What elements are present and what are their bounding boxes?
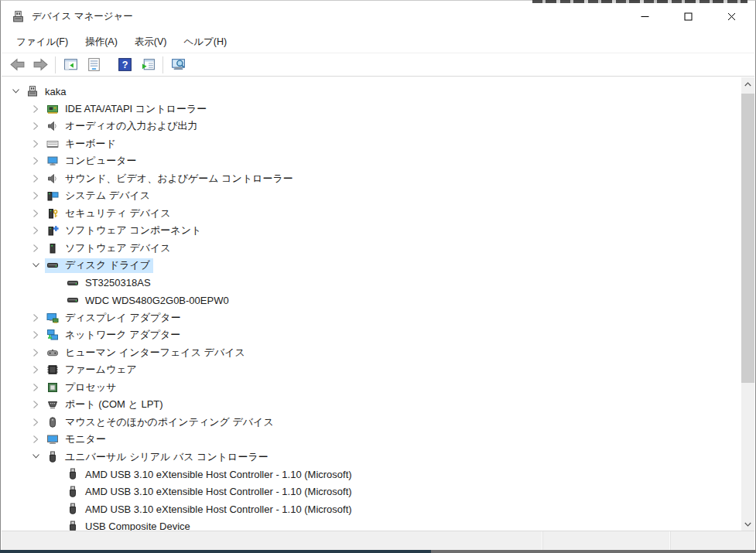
chevron-spacer (46, 483, 65, 501)
chevron-collapsed-icon[interactable] (26, 152, 45, 170)
scroll-up-button[interactable] (741, 77, 754, 90)
tree-item-content: WDC WDS480G2G0B-00EPW0 (65, 293, 232, 308)
tree-item[interactable]: サウンド、ビデオ、およびゲーム コントローラー (2, 170, 754, 188)
close-icon (727, 12, 736, 21)
status-bar (2, 531, 754, 550)
chevron-spacer (46, 518, 65, 531)
tree-item[interactable]: AMD USB 3.10 eXtensible Host Controller … (2, 483, 754, 501)
tree-item-content: サウンド、ビデオ、およびゲーム コントローラー (45, 171, 296, 186)
chevron-collapsed-icon[interactable] (26, 118, 45, 135)
tree-item-content: AMD USB 3.10 eXtensible Host Controller … (65, 502, 355, 517)
chevron-collapsed-icon[interactable] (26, 396, 45, 414)
chevron-collapsed-icon[interactable] (26, 205, 45, 223)
tree-item-content: USB Composite Device (65, 519, 193, 531)
forward-button[interactable] (29, 55, 51, 75)
tree-item[interactable]: システム デバイス (2, 187, 754, 205)
menu-action[interactable]: 操作(A) (77, 32, 126, 52)
chevron-collapsed-icon[interactable] (26, 344, 45, 362)
tree-item-label: モニター (65, 432, 106, 446)
chevron-collapsed-icon[interactable] (26, 187, 45, 205)
export-list-button[interactable] (137, 55, 159, 75)
maximize-button[interactable] (666, 1, 710, 32)
tree-item-label: ポート (COM と LPT) (65, 398, 163, 411)
tree-item[interactable]: ネットワーク アダプター (2, 326, 754, 344)
window-controls (623, 1, 753, 32)
tree-item[interactable]: ソフトウェア コンポーネント (2, 222, 754, 240)
tree-item[interactable]: ST3250318AS (2, 275, 754, 292)
tree-item[interactable]: モニター (2, 431, 754, 449)
chevron-collapsed-icon[interactable] (26, 309, 45, 327)
chevron-collapsed-icon[interactable] (26, 379, 45, 397)
tree-item-content: プロセッサ (45, 380, 120, 394)
close-button[interactable] (710, 1, 753, 32)
tree-item[interactable]: ディスプレイ アダプター (2, 309, 754, 327)
tree-item[interactable]: ポート (COM と LPT) (2, 396, 754, 414)
tree-item[interactable]: IDE ATA/ATAPI コントローラー (2, 101, 754, 118)
tree-item[interactable]: マウスとそのほかのポインティング デバイス (2, 414, 754, 432)
tree-item[interactable]: AMD USB 3.10 eXtensible Host Controller … (2, 466, 754, 483)
chevron-expanded-icon[interactable] (26, 257, 45, 275)
chevron-collapsed-icon[interactable] (26, 170, 45, 188)
tree-item[interactable]: ヒューマン インターフェイス デバイス (2, 344, 754, 362)
scroll-down-button[interactable] (741, 517, 754, 531)
minimize-button[interactable] (623, 1, 666, 32)
properties-button[interactable] (83, 55, 104, 75)
scan-hardware-changes-button[interactable] (167, 55, 189, 75)
usb-icon (46, 451, 59, 463)
chevron-collapsed-icon[interactable] (26, 361, 45, 379)
device-manager-icon (12, 10, 25, 23)
tree-item[interactable]: USB Composite Device (2, 518, 754, 531)
chevron-expanded-icon[interactable] (6, 83, 25, 101)
tree-item[interactable]: ディスク ドライブ (2, 257, 754, 275)
menu-view[interactable]: 表示(V) (126, 32, 176, 52)
sound-icon (46, 172, 59, 185)
processor-icon (46, 381, 59, 394)
tree-item-label: マウスとそのほかのポインティング デバイス (65, 415, 274, 429)
scrollbar-thumb[interactable] (741, 94, 754, 383)
tree-item[interactable]: ソフトウェア デバイス (2, 240, 754, 258)
tree-item[interactable]: ユニバーサル シリアル バス コントローラー (2, 449, 754, 466)
computer-root-icon (26, 85, 39, 97)
ide-controller-icon (46, 103, 59, 115)
tree-item[interactable]: コンピューター (2, 152, 754, 170)
tree-item[interactable]: WDC WDS480G2G0B-00EPW0 (2, 292, 754, 309)
tree-item[interactable]: オーディオの入力および出力 (2, 118, 754, 135)
chevron-expanded-icon[interactable] (26, 449, 45, 466)
mouse-icon (46, 416, 59, 428)
tree-item-label: セキュリティ デバイス (65, 207, 171, 220)
tree-item-content: ヒューマン インターフェイス デバイス (45, 345, 248, 360)
tree-item-content: ソフトウェア デバイス (45, 241, 174, 255)
chevron-collapsed-icon[interactable] (26, 240, 45, 258)
back-button[interactable] (6, 55, 28, 75)
menu-help[interactable]: ヘルプ(H) (175, 32, 235, 52)
tree-item-label: AMD USB 3.10 eXtensible Host Controller … (85, 469, 352, 480)
chevron-collapsed-icon[interactable] (26, 431, 45, 449)
chevron-collapsed-icon[interactable] (26, 414, 45, 432)
tree-item[interactable]: ファームウェア (2, 361, 754, 379)
tree-item-label: ソフトウェア コンポーネント (65, 224, 201, 237)
tree-item-label: ファームウェア (65, 363, 137, 377)
menu-file[interactable]: ファイル(F) (8, 32, 77, 52)
tree-item-content: ファームウェア (45, 363, 140, 377)
tree-item[interactable]: キーボード (2, 135, 754, 153)
menu-bar: ファイル(F) 操作(A) 表示(V) ヘルプ(H) (2, 32, 754, 53)
tree-item[interactable]: kaka (2, 83, 754, 101)
chevron-collapsed-icon[interactable] (26, 101, 45, 118)
show-console-tree-button[interactable] (60, 55, 81, 75)
display-adapters-icon (46, 312, 59, 324)
tree-item[interactable]: AMD USB 3.10 eXtensible Host Controller … (2, 500, 754, 518)
vertical-scrollbar[interactable] (741, 77, 754, 531)
help-button[interactable]: ? (114, 55, 135, 75)
tree-item-label: kaka (45, 86, 66, 97)
status-pane (2, 531, 543, 550)
tree-item-content: kaka (25, 84, 69, 99)
export-list-icon (140, 56, 156, 73)
chevron-collapsed-icon[interactable] (26, 135, 45, 153)
tree-item-label: ユニバーサル シリアル バス コントローラー (65, 450, 269, 464)
tree-item[interactable]: セキュリティ デバイス (2, 205, 754, 223)
chevron-collapsed-icon[interactable] (26, 222, 45, 240)
chevron-collapsed-icon[interactable] (26, 326, 45, 344)
tree-item[interactable]: プロセッサ (2, 379, 754, 397)
system-devices-icon (46, 189, 59, 202)
chevron-spacer (46, 275, 65, 292)
